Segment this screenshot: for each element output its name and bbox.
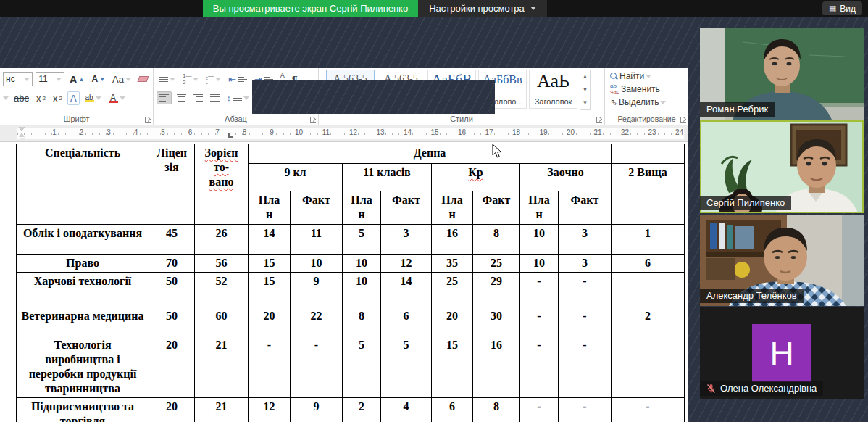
row-value[interactable]: 10 (520, 255, 559, 273)
select-button[interactable]: ⇖ Выделить (608, 96, 685, 108)
row-value[interactable]: 2 (343, 398, 381, 422)
font-size-combo[interactable]: 11 (36, 72, 64, 86)
multilevel-list-button[interactable]: ⁚—⁚— (204, 72, 223, 86)
decrease-indent-button[interactable]: ⇤ (226, 73, 249, 86)
row-value[interactable]: 5 (343, 336, 381, 398)
row-name[interactable]: Підприємництво та торгівля (17, 398, 149, 422)
grow-font-button[interactable]: A▲ (67, 73, 87, 86)
justify-button[interactable] (208, 92, 222, 104)
text-effects-button[interactable]: A (67, 91, 80, 105)
row-value[interactable]: 45 (149, 225, 195, 255)
header-fact[interactable]: Факт (381, 191, 432, 225)
row-value[interactable]: - (520, 307, 559, 336)
styles-gallery-scrollbar[interactable]: ▲ ▼ ▼ (580, 70, 591, 110)
row-value[interactable]: 11 (291, 225, 343, 255)
video-tile-1[interactable]: Роман Ребрик (700, 28, 864, 120)
row-value[interactable]: 15 (249, 255, 291, 273)
row-value[interactable]: 3 (559, 255, 612, 273)
header-plan[interactable]: План (343, 191, 381, 225)
row-value[interactable] (612, 273, 685, 307)
styles-dialog-launcher[interactable] (596, 117, 602, 123)
align-center-button[interactable] (175, 92, 188, 104)
header-fact[interactable]: Факт (473, 191, 520, 225)
row-value[interactable]: - (520, 273, 559, 307)
row-value[interactable]: - (612, 398, 685, 422)
row-value[interactable]: 21 (195, 336, 249, 398)
header-group[interactable]: Заочно (520, 163, 612, 191)
row-value[interactable]: 25 (432, 273, 473, 307)
row-value[interactable]: - (520, 398, 559, 422)
row-value[interactable]: 10 (520, 225, 559, 255)
row-value[interactable]: 16 (432, 225, 473, 255)
align-left-button[interactable] (157, 91, 172, 104)
font-color-button[interactable]: А (107, 93, 128, 104)
row-value[interactable]: 3 (381, 225, 432, 255)
header-empty[interactable] (612, 144, 685, 164)
row-name[interactable]: Ветеринарна медицина (17, 307, 149, 336)
view-settings-button[interactable]: Настройки просмотра (418, 0, 547, 17)
row-value[interactable]: 5 (381, 336, 432, 398)
header-vishcha[interactable]: 2 Вища (612, 163, 685, 191)
row-value[interactable]: 5 (343, 225, 381, 255)
row-value[interactable]: 15 (249, 273, 291, 307)
row-value[interactable]: 35 (432, 255, 473, 273)
row-value[interactable]: 25 (473, 255, 520, 273)
row-value[interactable]: - (291, 336, 343, 398)
replace-button[interactable]: ab⤷ac Заменить (608, 83, 685, 96)
row-name[interactable]: Харчові технології (17, 273, 149, 307)
line-spacing-button[interactable]: ↕ (225, 93, 251, 104)
row-value[interactable]: 16 (473, 336, 520, 398)
row-value[interactable]: 29 (473, 273, 520, 307)
clear-formatting-button[interactable] (136, 75, 150, 83)
row-value[interactable]: 20 (149, 336, 195, 398)
row-value[interactable]: 2 (612, 307, 685, 336)
row-value[interactable]: 12 (249, 398, 291, 422)
row-value[interactable]: 15 (432, 336, 473, 398)
row-value[interactable]: 52 (195, 273, 249, 307)
row-value[interactable]: 8 (343, 307, 381, 336)
row-value[interactable]: - (520, 336, 559, 398)
row-value[interactable]: 50 (149, 273, 195, 307)
row-value[interactable] (612, 336, 685, 398)
change-case-button[interactable]: Aa (110, 73, 133, 86)
shrink-font-button[interactable]: A▼ (90, 73, 108, 85)
row-value[interactable]: 9 (291, 398, 343, 422)
video-tile-2[interactable]: Сергій Пилипенко (700, 120, 864, 213)
row-value[interactable]: 4 (381, 398, 432, 422)
row-name[interactable]: Технологія виробництва і переробки проду… (17, 336, 149, 398)
header-license[interactable]: Ліцензія (149, 144, 195, 191)
row-value[interactable]: 1 (612, 225, 685, 255)
underline-menu-chevron[interactable] (3, 96, 9, 103)
row-value[interactable]: - (559, 307, 612, 336)
row-value[interactable]: 10 (343, 273, 381, 307)
header-fact[interactable]: Факт (559, 191, 612, 225)
style-card-5[interactable]: АаЬ Заголовок (529, 70, 577, 109)
header-specialty[interactable]: Спеціальність (17, 144, 149, 191)
tab-stop-marker[interactable] (228, 133, 233, 138)
header-plan[interactable]: План (249, 191, 291, 225)
video-tile-4[interactable]: Н Олена Олександрівна (700, 307, 864, 399)
view-button[interactable]: ▦ Вид (822, 1, 862, 15)
row-value[interactable]: 12 (381, 255, 432, 273)
gallery-up-arrow[interactable]: ▲ (580, 70, 590, 83)
strikethrough-button[interactable]: abc (12, 92, 31, 104)
video-tile-3[interactable]: Александр Телёнков (700, 215, 864, 306)
row-value[interactable]: 21 (195, 398, 249, 422)
admissions-table[interactable]: СпеціальністьЛіцензіяЗорієнто-ваноДенна9… (16, 144, 685, 422)
row-value[interactable]: - (559, 398, 612, 422)
header-empty[interactable] (149, 191, 195, 225)
row-value[interactable]: 30 (473, 307, 520, 336)
header-group[interactable]: Кр (432, 163, 520, 191)
header-plan[interactable]: План (432, 191, 473, 225)
row-value[interactable]: 10 (291, 255, 343, 273)
gallery-down-arrow[interactable]: ▼ (580, 83, 590, 96)
superscript-button[interactable]: x2 (51, 92, 64, 104)
row-value[interactable]: - (559, 273, 612, 307)
header-group[interactable]: 9 кл (249, 163, 343, 191)
header-empty[interactable] (195, 191, 249, 225)
header-empty[interactable] (612, 191, 685, 225)
row-value[interactable]: 8 (473, 225, 520, 255)
row-value[interactable]: 20 (249, 307, 291, 336)
row-value[interactable]: 20 (149, 398, 195, 422)
row-value[interactable]: 3 (559, 225, 612, 255)
